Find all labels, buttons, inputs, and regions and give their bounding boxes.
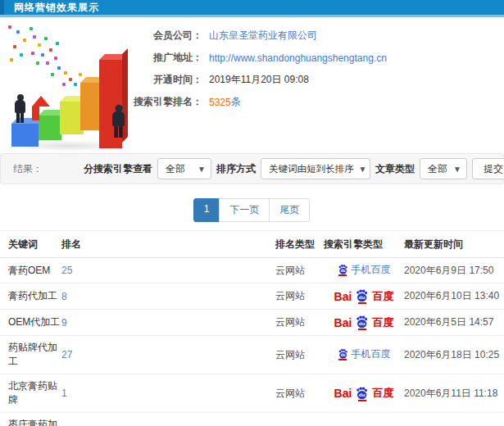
baidu-underline [358, 329, 366, 330]
updated-cell: 2020年6月11日 11:18 [404, 374, 504, 413]
keyword-cell: 药贴牌代加工 [0, 336, 61, 374]
rank-link[interactable]: 9 [61, 317, 67, 329]
updated-cell: 2020年6月18日 10:19 [404, 413, 504, 426]
filter-group: 分搜索引擎查看 全部 ▼ 排序方式 关键词由短到长排序 ▼ 文章类型 全部 ▼ … [84, 158, 504, 179]
rank-cell: 1 [61, 374, 275, 413]
svg-text:du: du [340, 269, 345, 273]
caret-down-icon: ▼ [448, 165, 461, 174]
svg-text:du: du [359, 320, 366, 326]
updated-cell: 2020年6月10日 13:40 [404, 283, 504, 310]
rank-link[interactable]: 27 [61, 349, 72, 360]
page-current[interactable]: 1 [193, 198, 220, 222]
rank-type-cell: 云网站 [275, 336, 324, 374]
table-header-row: 关键词 排名 排名类型 搜索引擎类型 最新更新时间 [0, 231, 504, 258]
svg-text:du: du [340, 353, 345, 357]
engine-filter-value: 全部 [166, 162, 185, 176]
keyword-cell: 枣庄膏药加工 [0, 413, 61, 426]
updated-cell: 2020年6月5日 14:57 [404, 310, 504, 336]
updated-cell: 2020年6月9日 17:50 [404, 258, 504, 283]
rank-count-suffix[interactable]: 条 [231, 95, 241, 109]
info-row-company: 会员公司： 山东皇圣堂药业有限公司 [129, 29, 504, 43]
baidu-paw-icon: du [355, 288, 369, 303]
baidu-logo: Bai du 百度 [334, 288, 394, 304]
rank-type-cell: 云网站 [275, 374, 324, 413]
engine-cell: Bai du 百度 [324, 374, 404, 413]
baidu-paw-icon: du [355, 386, 369, 401]
rank-cell: 8 [61, 283, 275, 310]
bar-green [39, 116, 61, 140]
table-row: 膏药代加工 8 云网站 Bai du 百度 2020年6月10日 13:40 [0, 283, 504, 310]
filter-bar: 结果： 分搜索引擎查看 全部 ▼ 排序方式 关键词由短到长排序 ▼ 文章类型 全… [0, 153, 504, 184]
bar-blue [11, 124, 39, 147]
table-row: 膏药OEM 25 云网站 du 手机百度 2020年6月9日 17:50 [0, 258, 504, 283]
engine-filter-select[interactable]: 全部 ▼ [157, 158, 211, 179]
info-row-url: 推广地址： http://www.shandonghuangshengtang.… [129, 51, 504, 65]
baidu-underline [338, 359, 347, 360]
engine-cell: du 手机百度 [324, 258, 404, 283]
rank-cell: 27 [61, 336, 275, 374]
rank-cell: 9 [61, 310, 275, 336]
promo-url-link[interactable]: http://www.shandonghuangshengtang.cn [209, 52, 387, 64]
open-time-value: 2019年11月20日 09:08 [209, 73, 309, 87]
rank-link[interactable]: 1 [61, 387, 67, 399]
article-filter-select[interactable]: 全部 ▼ [420, 158, 467, 179]
rank-type-cell: 云网站 [275, 283, 324, 310]
col-updated: 最新更新时间 [404, 231, 504, 258]
svg-text:du: du [359, 392, 366, 397]
baidu-logo: Bai du 百度 [334, 386, 394, 401]
sort-filter-label: 排序方式 [216, 162, 256, 176]
growth-chart-illustration [2, 24, 154, 152]
rank-type-cell: 云网站 [275, 310, 324, 336]
col-rank: 排名 [61, 231, 275, 258]
engine-cell: du 手机百度 [324, 413, 404, 426]
col-keyword: 关键词 [0, 231, 61, 258]
keyword-cell: 膏药代加工 [0, 283, 61, 310]
baidu-underline [358, 302, 366, 304]
result-label: 结果： [13, 162, 43, 176]
table-row: 枣庄膏药加工 1,4,6 云网站 du 手机百度 2020年6月18日 10:1… [0, 413, 504, 426]
page-next[interactable]: 下一页 [219, 198, 270, 222]
article-filter-value: 全部 [428, 162, 447, 176]
pagination: 1 下一页 尾页 [0, 198, 504, 222]
info-row-open-time: 开通时间： 2019年11月20日 09:08 [129, 73, 504, 87]
engine-cell: du 手机百度 [324, 336, 404, 374]
baidu-paw-icon: du [338, 348, 348, 360]
rank-link[interactable]: 25 [61, 265, 72, 276]
rank-type-cell: 云网站 [275, 258, 324, 283]
keyword-ranking-table: 关键词 排名 排名类型 搜索引擎类型 最新更新时间 膏药OEM 25 云网站 d… [0, 230, 504, 426]
baidu-paw-icon: du [338, 264, 348, 275]
keyword-cell: 北京膏药贴牌 [0, 374, 61, 413]
keyword-cell: OEM代加工 [0, 310, 61, 336]
company-info-section: 会员公司： 山东皇圣堂药业有限公司 推广地址： http://www.shand… [0, 17, 504, 153]
table-row: 北京膏药贴牌 1 云网站 Bai du 百度 2020年6月11日 11:18 [0, 374, 504, 413]
svg-text:du: du [359, 294, 366, 300]
header-bar: 网络营销效果展示 [0, 0, 504, 17]
engine-cell: Bai du 百度 [324, 310, 404, 336]
engine-cell: Bai du 百度 [324, 283, 404, 310]
confetti-decoration [8, 25, 11, 29]
keyword-cell: 膏药OEM [0, 258, 61, 283]
company-link[interactable]: 山东皇圣堂药业有限公司 [209, 29, 317, 43]
info-row-rank-count: 搜索引擎排名： 5325 条 [129, 95, 504, 109]
table-row: 药贴牌代加工 27 云网站 du 手机百度 2020年6月18日 10:25 [0, 336, 504, 374]
baidu-underline [338, 274, 347, 276]
updated-cell: 2020年6月18日 10:25 [404, 336, 504, 374]
col-rank-type: 排名类型 [275, 231, 324, 258]
businessman-left [15, 94, 25, 123]
sort-filter-value: 关键词由短到长排序 [269, 163, 354, 175]
submit-button[interactable]: 提交 [472, 158, 504, 179]
rank-cell: 1,4,6 [61, 413, 275, 426]
mobile-baidu-logo: du 手机百度 [338, 347, 391, 361]
caret-down-icon: ▼ [354, 165, 367, 174]
rank-count-value: 5325 [209, 97, 231, 108]
baidu-underline [358, 400, 366, 401]
baidu-paw-icon: du [355, 315, 369, 329]
page-last[interactable]: 尾页 [269, 198, 310, 222]
baidu-logo: Bai du 百度 [334, 315, 394, 330]
caret-down-icon: ▼ [193, 165, 206, 174]
rank-link[interactable]: 8 [61, 291, 67, 302]
engine-filter-label: 分搜索引擎查看 [84, 162, 152, 176]
sort-filter-select[interactable]: 关键词由短到长排序 ▼ [261, 158, 370, 179]
rank-cell: 25 [61, 258, 275, 283]
mobile-baidu-logo: du 手机百度 [338, 263, 391, 277]
